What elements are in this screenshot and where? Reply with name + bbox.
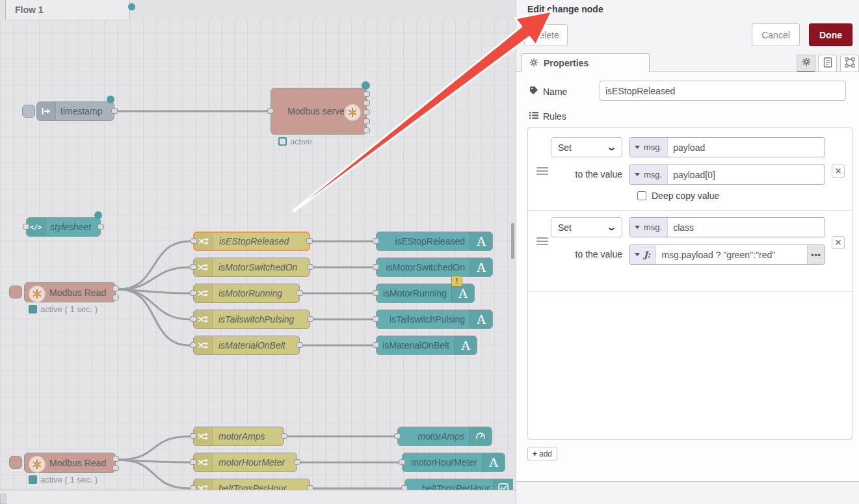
- wire[interactable]: [118, 436, 190, 460]
- rule1-drag-handle[interactable]: [536, 167, 548, 175]
- output-port[interactable]: [307, 264, 313, 270]
- wire[interactable]: [118, 289, 190, 345]
- wire[interactable]: [118, 460, 190, 488]
- node-change-isEStopReleased[interactable]: isEStopReleased: [193, 232, 310, 251]
- input-port[interactable]: [190, 264, 196, 270]
- node-ui-text-isEStopReleased[interactable]: isEStopReleased A: [376, 232, 493, 251]
- node-button[interactable]: [9, 456, 22, 469]
- node-ui-gauge-motorAmps[interactable]: motorAmps: [397, 427, 492, 446]
- properties-tool-button[interactable]: [797, 55, 815, 72]
- output-port[interactable]: [98, 224, 104, 230]
- node-change-isMotorRunning[interactable]: isMotorRunning: [193, 284, 300, 303]
- input-port[interactable]: [191, 238, 197, 244]
- node-change-isMotorSwitchedOn[interactable]: isMotorSwitchedOn: [193, 258, 310, 277]
- input-port[interactable]: [23, 224, 29, 230]
- wire[interactable]: [118, 267, 190, 289]
- output-port[interactable]: [363, 127, 370, 133]
- type-select-msg[interactable]: msg.: [629, 218, 668, 237]
- rule2-value-typedinput[interactable]: J: •••: [629, 245, 825, 265]
- done-button[interactable]: Done: [809, 23, 852, 46]
- rule2-action-select[interactable]: Set⌄: [551, 217, 622, 237]
- input-port[interactable]: [373, 264, 379, 270]
- wire[interactable]: [118, 241, 190, 289]
- delete-button[interactable]: Delete: [524, 24, 568, 46]
- flow-canvas[interactable]: timestamp Modbus server active: [0, 20, 514, 490]
- tab-flow-1[interactable]: Flow 1: [5, 0, 130, 20]
- rule1-remove-button[interactable]: ✕: [832, 165, 845, 178]
- input-port[interactable]: [399, 459, 405, 465]
- type-select-expression[interactable]: J:: [629, 245, 656, 264]
- rule1-value-input[interactable]: [668, 165, 825, 184]
- rule1-action-select[interactable]: Set⌄: [551, 137, 622, 157]
- type-select-msg[interactable]: msg.: [629, 165, 668, 184]
- node-modbus-read-2[interactable]: Modbus Read: [24, 453, 116, 473]
- gear-icon: [802, 57, 811, 69]
- node-ui-text-isMotorRunning[interactable]: isMotorRunning A !: [376, 284, 475, 303]
- rule2-value-input[interactable]: [656, 245, 807, 264]
- input-port[interactable]: [373, 238, 379, 244]
- output-port[interactable]: [281, 433, 287, 439]
- rule2-property-typedinput[interactable]: msg.: [629, 217, 825, 237]
- tab-properties[interactable]: Properties: [521, 53, 650, 72]
- output-port[interactable]: [306, 238, 313, 244]
- node-ui-text-isMotorSwitchedOn[interactable]: isMotorSwitchedOn A: [376, 258, 493, 277]
- output-port[interactable]: [111, 108, 118, 114]
- node-change-isMaterialOnBelt[interactable]: isMaterialOnBelt: [193, 336, 300, 355]
- input-port[interactable]: [373, 316, 379, 322]
- node-ui-text-isMaterialOnBelt[interactable]: isMaterialOnBelt A: [376, 336, 477, 355]
- output-port[interactable]: [297, 290, 303, 296]
- output-port[interactable]: [307, 316, 313, 322]
- frame-icon: [845, 57, 855, 70]
- node-change-isTailswitchPulsing[interactable]: isTailswitchPulsing: [193, 310, 310, 329]
- input-port[interactable]: [394, 433, 401, 439]
- input-port[interactable]: [267, 108, 274, 114]
- node-change-motorAmps[interactable]: motorAmps: [193, 427, 284, 446]
- add-rule-button[interactable]: + add: [527, 447, 557, 460]
- rule1-property-typedinput[interactable]: msg.: [629, 137, 825, 157]
- output-port[interactable]: [112, 465, 119, 471]
- output-port[interactable]: [363, 109, 370, 115]
- rule2-property-input[interactable]: [668, 218, 825, 237]
- output-port[interactable]: [112, 456, 119, 462]
- output-port[interactable]: [297, 342, 303, 348]
- output-port[interactable]: [363, 91, 370, 97]
- document-icon: [823, 57, 832, 70]
- rule1-property-input[interactable]: [668, 138, 825, 157]
- expand-expression-button[interactable]: •••: [807, 245, 825, 264]
- panel-footer: Enabled: [516, 481, 859, 504]
- rule1-value-typedinput[interactable]: msg.: [629, 165, 825, 185]
- node-ui-text-motorHourMeter[interactable]: motorHourMeter A: [402, 453, 505, 472]
- node-button[interactable]: [9, 285, 22, 298]
- node-change-motorHourMeter[interactable]: motorHourMeter: [193, 453, 297, 472]
- input-port[interactable]: [190, 433, 196, 439]
- node-inject-timestamp[interactable]: timestamp: [36, 101, 114, 121]
- input-port[interactable]: [190, 290, 196, 296]
- node-template-stylesheet[interactable]: </> stylesheet: [26, 217, 101, 237]
- description-tool-button[interactable]: [818, 55, 837, 72]
- type-select-msg[interactable]: msg.: [629, 138, 668, 157]
- rule2-remove-button[interactable]: ✕: [832, 236, 845, 249]
- output-port[interactable]: [112, 285, 119, 291]
- input-port[interactable]: [373, 342, 379, 348]
- text-A-icon: A: [469, 232, 492, 250]
- rule2-drag-handle[interactable]: [536, 237, 548, 245]
- name-input[interactable]: [600, 81, 846, 101]
- node-label: stylesheet: [50, 218, 91, 236]
- deep-copy-checkbox[interactable]: [637, 191, 646, 200]
- output-port[interactable]: [112, 295, 119, 300]
- input-port[interactable]: [190, 316, 196, 322]
- inject-button[interactable]: [22, 105, 35, 118]
- input-port[interactable]: [373, 290, 379, 296]
- output-port[interactable]: [363, 100, 370, 106]
- node-modbus-read-1[interactable]: Modbus Read: [24, 282, 116, 302]
- input-port[interactable]: [190, 459, 196, 465]
- output-port[interactable]: [294, 459, 300, 465]
- node-modbus-server[interactable]: Modbus server: [271, 88, 367, 135]
- zoom-toolbar-icon[interactable]: [0, 494, 7, 504]
- appearance-tool-button[interactable]: [840, 55, 859, 72]
- output-port[interactable]: [363, 118, 370, 124]
- cancel-button[interactable]: Cancel: [752, 23, 800, 46]
- vertical-scrollbar[interactable]: [511, 223, 514, 259]
- node-ui-text-isTailswitchPulsing[interactable]: isTailswitchPulsing A: [376, 310, 493, 329]
- input-port[interactable]: [190, 342, 196, 348]
